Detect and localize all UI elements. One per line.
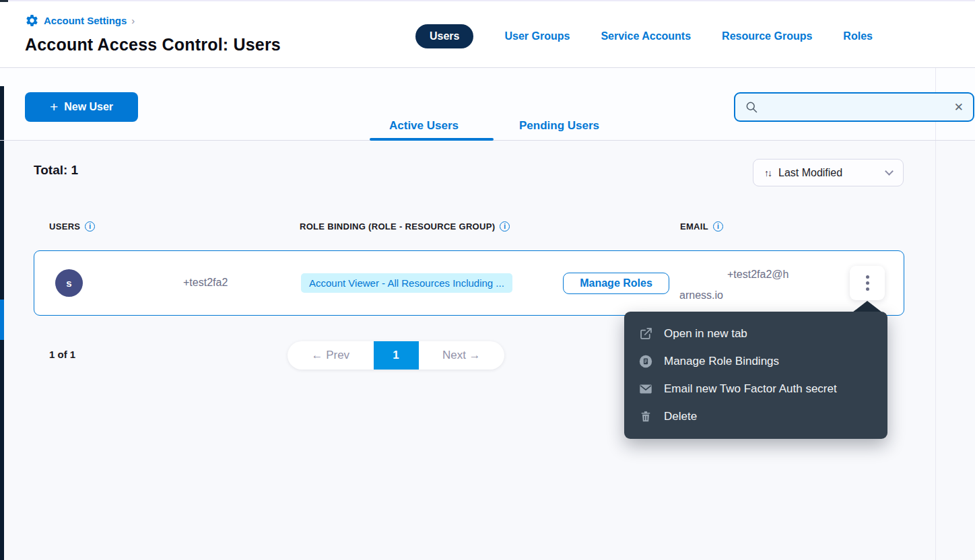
email-icon (638, 381, 654, 397)
module-nav: Users User Groups Service Accounts Resou… (415, 24, 873, 48)
menu-item-manage-role-bindings[interactable]: Manage Role Bindings (624, 347, 887, 375)
nav-tab-user-groups[interactable]: User Groups (504, 30, 570, 42)
kebab-icon (866, 275, 869, 279)
user-email: +test2fa2@h arness.io (679, 264, 842, 306)
new-user-button[interactable]: + New User (25, 92, 138, 122)
column-header-role-binding: ROLE BINDING (ROLE - RESOURCE GROUP) i (300, 221, 510, 232)
tab-pending-users[interactable]: Pending Users (519, 119, 599, 133)
row-actions-menu: Open in new tab Manage Role Bindings Ema… (624, 312, 887, 439)
header-divider (0, 67, 975, 68)
top-hairline (0, 0, 975, 1)
pagination-summary: 1 of 1 (49, 349, 75, 360)
role-bindings-icon (638, 353, 654, 370)
search-input[interactable] (765, 102, 947, 113)
menu-item-delete[interactable]: Delete (624, 403, 887, 430)
info-icon[interactable]: i (713, 221, 723, 232)
menu-item-label: Open in new tab (664, 327, 747, 341)
role-binding-chip: Account Viewer - All Resources Including… (301, 273, 512, 293)
pagination: ← Prev 1 Next → (288, 341, 504, 370)
search-box[interactable]: ✕ (734, 92, 974, 122)
search-clear-icon[interactable]: ✕ (954, 102, 964, 113)
total-count: Total: 1 (34, 163, 78, 178)
row-actions-menu-button[interactable] (850, 266, 885, 300)
active-tab-underline (370, 138, 494, 141)
menu-item-email-2fa-secret[interactable]: Email new Two Factor Auth secret (624, 375, 887, 403)
page-title: Account Access Control: Users (25, 35, 281, 55)
user-email-line2: arness.io (679, 285, 842, 306)
nav-tab-resource-groups[interactable]: Resource Groups (722, 30, 812, 42)
menu-item-label: Manage Role Bindings (664, 355, 779, 368)
sort-dropdown[interactable]: ↑↓ Last Modified (753, 159, 904, 186)
gear-icon (25, 13, 39, 28)
new-user-label: New User (64, 101, 113, 113)
prev-page-button[interactable]: ← Prev (288, 349, 374, 362)
nav-tab-users[interactable]: Users (415, 24, 473, 48)
user-name: +test2fa2 (183, 277, 228, 289)
user-email-line1: +test2fa2@h (679, 264, 842, 285)
nav-tab-roles[interactable]: Roles (843, 30, 873, 42)
plus-icon: + (50, 100, 58, 114)
sort-arrows-icon: ↑↓ (764, 168, 771, 178)
column-users-label: USERS (49, 221, 80, 232)
column-email-label: EMAIL (680, 221, 708, 232)
tab-active-users[interactable]: Active Users (389, 119, 459, 133)
top-left-edge (0, 0, 8, 2)
nav-tab-service-accounts[interactable]: Service Accounts (601, 30, 691, 42)
menu-item-open-in-new-tab[interactable]: Open in new tab (624, 320, 887, 347)
current-page-button[interactable]: 1 (374, 341, 419, 370)
search-icon (745, 100, 758, 114)
screen: Account Settings › Account Access Contro… (0, 0, 975, 560)
right-divider-line (935, 68, 936, 560)
next-page-button[interactable]: Next → (419, 349, 505, 362)
info-icon[interactable]: i (500, 221, 510, 232)
sort-selected-value: Last Modified (778, 167, 879, 179)
avatar: s (55, 269, 83, 297)
breadcrumb-label[interactable]: Account Settings (44, 15, 127, 26)
manage-roles-button[interactable]: Manage Roles (563, 273, 669, 294)
column-header-email: EMAIL i (680, 221, 723, 232)
breadcrumb[interactable]: Account Settings › (25, 13, 135, 28)
menu-item-label: Email new Two Factor Auth secret (664, 382, 837, 396)
menu-item-label: Delete (664, 410, 697, 423)
sidebar-scroll-indicator (0, 300, 4, 340)
column-header-users: USERS i (49, 221, 95, 232)
popover-arrow (852, 301, 882, 312)
breadcrumb-separator: › (131, 15, 135, 26)
sidebar-edge (0, 86, 4, 560)
open-in-new-tab-icon (638, 326, 654, 342)
delete-icon (638, 409, 654, 425)
chevron-down-icon (885, 167, 894, 176)
column-role-label: ROLE BINDING (ROLE - RESOURCE GROUP) (300, 221, 495, 232)
info-icon[interactable]: i (85, 221, 95, 232)
